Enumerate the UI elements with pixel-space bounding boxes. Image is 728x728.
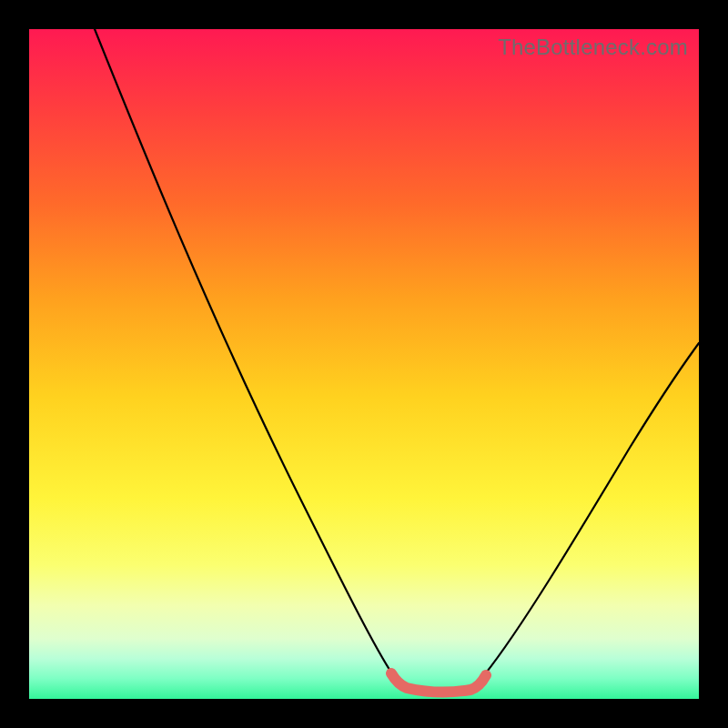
curve-svg (29, 29, 699, 699)
optimal-range-highlight (391, 673, 486, 693)
curve-right-branch (484, 343, 699, 675)
chart-frame: TheBottleneck.com (0, 0, 728, 728)
plot-area: TheBottleneck.com (29, 29, 699, 699)
curve-left-branch (95, 29, 393, 675)
